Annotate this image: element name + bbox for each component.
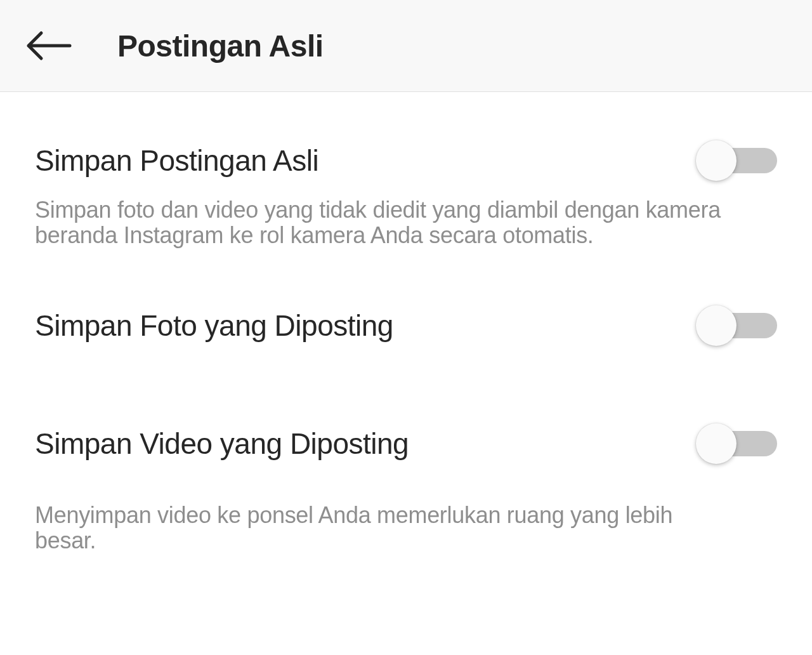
setting-label-save-posted-video: Simpan Video yang Diposting [35, 427, 409, 461]
toggle-save-original[interactable] [696, 143, 777, 178]
setting-row-save-original: Simpan Postingan Asli [35, 92, 777, 197]
setting-label-save-original: Simpan Postingan Asli [35, 143, 318, 178]
setting-row-save-posted-photo: Simpan Foto yang Diposting [35, 305, 777, 362]
spacer [35, 260, 777, 305]
arrow-left-icon [25, 30, 73, 62]
toggle-thumb [696, 140, 737, 181]
setting-row-save-posted-video: Simpan Video yang Diposting [35, 388, 777, 480]
back-button[interactable] [25, 30, 73, 62]
spacer [35, 362, 777, 388]
page-title: Postingan Asli [117, 29, 324, 63]
toggle-save-posted-video[interactable] [696, 426, 777, 461]
setting-description-save-original: Simpan foto dan video yang tidak diedit … [35, 197, 739, 260]
setting-label-save-posted-photo: Simpan Foto yang Diposting [35, 308, 393, 343]
setting-description-save-posted-video: Menyimpan video ke ponsel Anda memerluka… [35, 480, 739, 566]
settings-content: Simpan Postingan Asli Simpan foto dan vi… [0, 92, 812, 566]
toggle-save-posted-photo[interactable] [696, 308, 777, 343]
toggle-thumb [696, 305, 737, 346]
header: Postingan Asli [0, 0, 812, 92]
toggle-thumb [696, 423, 737, 464]
